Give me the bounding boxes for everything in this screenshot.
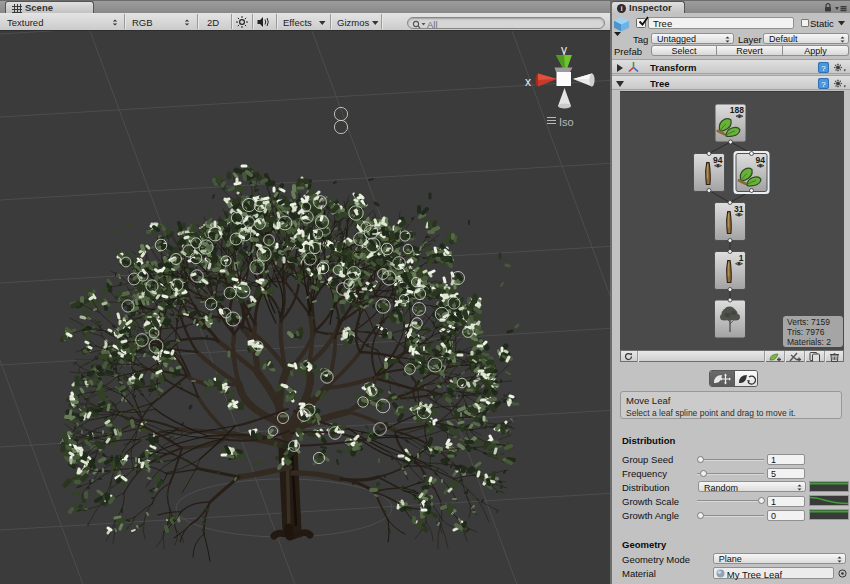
svg-text:?: ? <box>821 80 826 89</box>
svg-text:Iso: Iso <box>559 116 574 128</box>
svg-text:1: 1 <box>739 253 744 263</box>
svg-text:94: 94 <box>713 155 723 165</box>
svg-text:31: 31 <box>734 204 744 214</box>
svg-text:94: 94 <box>756 155 766 165</box>
svg-text:?: ? <box>821 64 826 73</box>
svg-text:x: x <box>525 75 531 89</box>
svg-text:y: y <box>561 43 567 57</box>
svg-text:188: 188 <box>730 105 744 115</box>
